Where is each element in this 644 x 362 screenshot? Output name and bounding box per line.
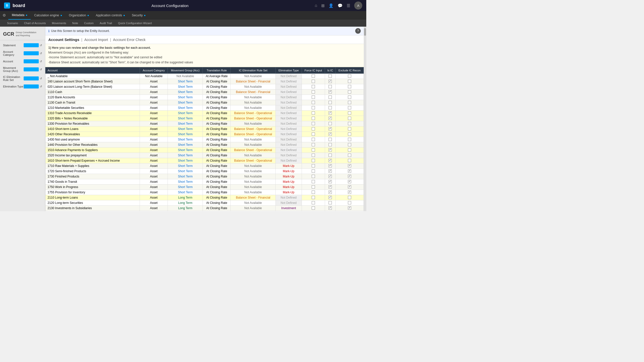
cell-exclude-ic[interactable] [336, 200, 364, 205]
cell-mov-group[interactable]: Short Term [168, 100, 203, 105]
settings-gear-icon[interactable]: ⚙ [0, 13, 8, 18]
force-ic-checkbox[interactable] [312, 96, 315, 99]
cell-ic-elim[interactable]: Not Available [231, 179, 276, 184]
cell-ic-elim[interactable]: Not Available [231, 211, 276, 211]
cell-exclude-ic[interactable] [336, 211, 364, 211]
cell-is-ic[interactable] [325, 184, 335, 190]
cell-exclude-ic[interactable] [336, 147, 364, 153]
exclude-ic-checkbox[interactable] [348, 74, 351, 78]
table-row[interactable]: 1410 Short-term Loans [46, 126, 140, 131]
account-import-link[interactable]: Account Import [84, 38, 108, 42]
cell-elim-type[interactable]: Not Defined [275, 84, 302, 89]
cell-is-ic[interactable] [325, 200, 335, 205]
exclude-ic-checkbox[interactable] [348, 132, 351, 136]
is-ic-checkbox[interactable] [329, 185, 332, 189]
cell-mov-group[interactable]: Short Term [168, 116, 203, 121]
cell-elim-type[interactable]: Not Defined [275, 153, 302, 158]
cell-mov-group[interactable]: Long Term [168, 205, 203, 211]
exclude-ic-checkbox[interactable] [348, 154, 351, 157]
cell-force-ic[interactable] [302, 153, 325, 158]
cell-ic-elim[interactable]: Not Available [231, 142, 276, 147]
cell-elim-type[interactable]: Mark-Up [275, 184, 302, 190]
cell-exclude-ic[interactable] [336, 73, 364, 79]
cell-elim-type[interactable]: Mark-Up [275, 168, 302, 174]
cell-is-ic[interactable] [325, 73, 335, 79]
help-button[interactable]: ? [355, 28, 361, 34]
cell-elim-type[interactable]: Not Defined [275, 137, 302, 142]
cell-is-ic[interactable] [325, 195, 335, 200]
is-ic-checkbox[interactable] [329, 196, 332, 199]
nav-quick-config[interactable]: Quick Configuration Wizard [115, 20, 155, 27]
cell-force-ic[interactable] [302, 131, 325, 137]
board-logo-icon[interactable]: B [4, 3, 10, 9]
table-row[interactable]: 020 Liaison account Long-Term (Balance S… [46, 84, 140, 89]
cell-is-ic[interactable] [325, 131, 335, 137]
cell-mov-group[interactable]: Short Term [168, 137, 203, 142]
is-ic-checkbox[interactable] [329, 169, 332, 173]
nav-custom[interactable]: Custom [81, 20, 97, 27]
cell-mov-group[interactable]: Short Term [168, 163, 203, 168]
nav-audit-trail[interactable]: Audit Trail [97, 20, 115, 27]
cell-exclude-ic[interactable] [336, 153, 364, 158]
cell-force-ic[interactable] [302, 190, 325, 195]
is-ic-checkbox[interactable] [329, 191, 332, 194]
exclude-ic-checkbox[interactable] [348, 201, 351, 204]
table-row[interactable]: 1710 Raw Materials + Supplies [46, 163, 140, 168]
chat-icon[interactable]: 💬 [338, 3, 343, 8]
cell-elim-type[interactable]: Not Defined [275, 200, 302, 205]
is-ic-checkbox[interactable] [329, 148, 332, 152]
cell-mov-group[interactable]: Short Term [168, 153, 203, 158]
cell-mov-group[interactable]: Short Term [168, 121, 203, 126]
cell-ic-elim[interactable]: Not Available [231, 168, 276, 174]
table-row[interactable]: 1610 Short-term Prepaid Expenses + Accru… [46, 158, 140, 163]
account-category-refresh-icon[interactable]: ↺ [40, 52, 42, 55]
grid-icon[interactable]: ⊞ [321, 3, 325, 8]
exclude-ic-checkbox[interactable] [348, 101, 351, 104]
cell-exclude-ic[interactable] [336, 142, 364, 147]
is-ic-checkbox[interactable] [329, 132, 332, 136]
cell-ic-elim[interactable]: Balance Sheet - Operational [231, 158, 276, 163]
force-ic-checkbox[interactable] [312, 132, 315, 136]
cell-force-ic[interactable] [302, 110, 325, 116]
force-ic-checkbox[interactable] [312, 185, 315, 189]
force-ic-checkbox[interactable] [312, 143, 315, 146]
cell-force-ic[interactable] [302, 89, 325, 95]
cell-mov-group[interactable]: Long Term [168, 200, 203, 205]
is-ic-checkbox[interactable] [329, 127, 332, 130]
cell-is-ic[interactable] [325, 168, 335, 174]
cell-ic-elim[interactable]: Not Available [231, 200, 276, 205]
sidebar-item-elim-type[interactable]: Elimination Type ↺ [0, 83, 45, 90]
cell-mov-group[interactable]: Short Term [168, 105, 203, 110]
cell-exclude-ic[interactable] [336, 174, 364, 179]
cell-exclude-ic[interactable] [336, 184, 364, 190]
exclude-ic-checkbox[interactable] [348, 85, 351, 88]
cell-exclude-ic[interactable] [336, 105, 364, 110]
is-ic-checkbox[interactable] [329, 154, 332, 157]
cell-elim-type[interactable]: Investment [275, 211, 302, 211]
cell-force-ic[interactable] [302, 121, 325, 126]
cell-is-ic[interactable] [325, 110, 335, 116]
cell-force-ic[interactable] [302, 179, 325, 184]
cell-is-ic[interactable] [325, 95, 335, 100]
cell-mov-group[interactable]: Short Term [168, 147, 203, 153]
cell-ic-elim[interactable]: Not Available [231, 163, 276, 168]
nav-organization[interactable]: Organization [65, 11, 92, 20]
cell-is-ic[interactable] [325, 174, 335, 179]
movement-group-refresh-icon[interactable]: ↺ [40, 68, 42, 71]
table-row[interactable]: 1210 Marketable Securities [46, 105, 140, 110]
cell-is-ic[interactable] [325, 142, 335, 147]
table-row[interactable]: 1310 Trade Accounts Receivable [46, 110, 140, 116]
cell-mov-group[interactable]: Short Term [168, 190, 203, 195]
cell-is-ic[interactable] [325, 126, 335, 131]
cell-mov-group[interactable]: Short Term [168, 184, 203, 190]
cell-force-ic[interactable] [302, 73, 325, 79]
force-ic-checkbox[interactable] [312, 111, 315, 115]
cell-ic-elim[interactable]: Not Available [231, 84, 276, 89]
cell-mov-group[interactable]: Short Term [168, 158, 203, 163]
cell-exclude-ic[interactable] [336, 158, 364, 163]
exclude-ic-checkbox[interactable] [348, 148, 351, 152]
cell-ic-elim[interactable]: Not Available [231, 73, 276, 79]
table-row[interactable]: 1430 Not used anymore [46, 137, 140, 142]
cell-is-ic[interactable] [325, 163, 335, 168]
cell-elim-type[interactable]: Not Defined [275, 116, 302, 121]
